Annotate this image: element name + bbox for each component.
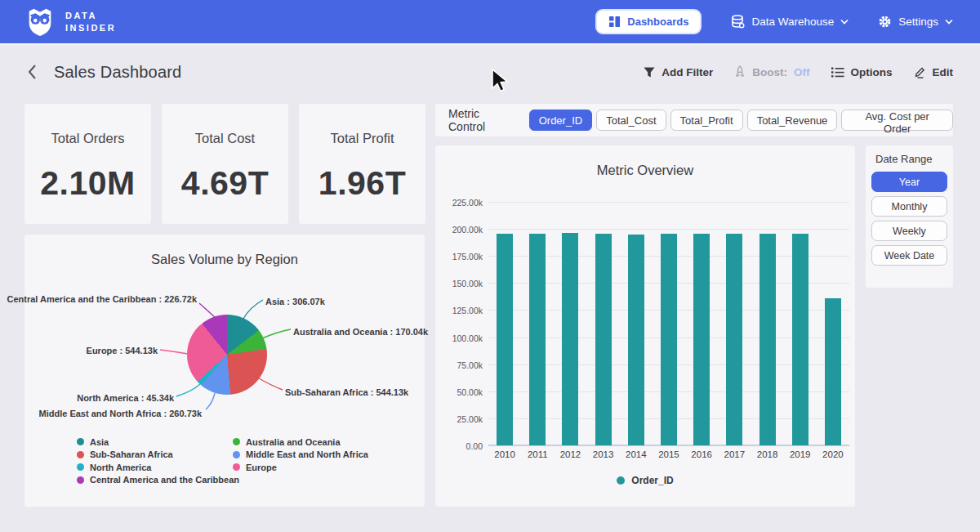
chevron-left-icon	[27, 64, 38, 80]
nav-settings[interactable]: Settings	[878, 15, 953, 29]
x-tick-label: 2012	[554, 449, 586, 459]
chevron-down-icon	[840, 19, 849, 25]
bar-2013[interactable]	[595, 234, 612, 445]
options-button[interactable]: Options	[831, 66, 893, 78]
legend-item-sub-saharan-africa: Sub-Saharan Africa	[77, 449, 239, 462]
kpi-card-total-orders: Total Orders2.10M	[24, 104, 151, 224]
pie-legend-column: Australia and OceaniaMiddle East and Nor…	[233, 436, 368, 474]
kpi-card-total-profit: Total Profit1.96T	[299, 104, 425, 224]
y-tick-label: 75.00k	[440, 360, 483, 370]
date-range-option-year[interactable]: Year	[871, 172, 947, 192]
legend-label: Europe	[246, 463, 277, 472]
y-tick-label: 125.00k	[440, 306, 483, 315]
legend-label: Order_ID	[631, 475, 673, 486]
metric-option-total-profit[interactable]: Total_Profit	[670, 110, 743, 131]
pie-chart-title: Sales Volume by Region	[24, 252, 425, 267]
legend-label: Asia	[90, 437, 109, 447]
metric-option-total-cost[interactable]: Total_Cost	[596, 110, 666, 131]
date-range-panel: Date Range YearMonthlyWeeklyWeek Date	[866, 145, 953, 288]
edit-button[interactable]: Edit	[914, 66, 954, 78]
bar-2011[interactable]	[529, 234, 546, 445]
metric-option-avg-cost-per-order[interactable]: Avg. Cost per Order	[841, 110, 953, 131]
app-root: DATA INSIDER Dashboards D	[0, 0, 980, 532]
leader-line	[262, 329, 291, 338]
pencil-edit-icon	[914, 66, 926, 78]
bar-chart-legend: Order_ID	[435, 475, 855, 486]
leader-line	[160, 350, 188, 354]
legend-item-europe: Europe	[233, 461, 368, 474]
brand-text: DATA INSIDER	[65, 10, 116, 34]
legend-item-asia: Asia	[77, 436, 239, 449]
boost-toggle[interactable]: Boost:Off	[734, 65, 809, 78]
pie-label-north-america: North America : 45.34k	[77, 393, 174, 403]
back-button[interactable]	[21, 61, 42, 83]
x-tick-label: 2018	[751, 449, 783, 459]
nav-settings-label: Settings	[898, 16, 938, 28]
boost-status: Off	[794, 66, 810, 78]
date-range-buttons: YearMonthlyWeeklyWeek Date	[871, 172, 947, 266]
legend-dot	[77, 451, 84, 458]
add-filter-button[interactable]: Add Filter	[644, 66, 713, 78]
bar-chart-plot-area	[488, 202, 849, 445]
kpi-label: Total Cost	[195, 131, 255, 146]
legend-dot	[617, 476, 625, 485]
y-tick-label: 175.00k	[440, 252, 483, 262]
gridline	[488, 229, 849, 230]
pie-chart[interactable]	[187, 315, 267, 395]
metric-overview-chart-card: Metric Overview 225.00k200.00k175.00k150…	[435, 145, 855, 507]
bar-2020[interactable]	[825, 298, 841, 445]
date-range-option-monthly[interactable]: Monthly	[871, 196, 947, 217]
y-tick-label: 0.00	[440, 441, 483, 451]
metric-option-total-revenue[interactable]: Total_Revenue	[747, 110, 838, 131]
bar-2010[interactable]	[497, 234, 513, 445]
pie-label-australia-and-oceania: Australia and Oceania : 170.04k	[293, 327, 428, 337]
kpi-value: 2.10M	[40, 164, 135, 203]
database-icon	[731, 15, 745, 29]
bar-2015[interactable]	[661, 234, 677, 445]
nav-dashboards-button[interactable]: Dashboards	[595, 9, 702, 34]
legend-dot	[233, 451, 240, 458]
nav-data-warehouse-label: Data Warehouse	[751, 16, 834, 28]
bar-chart-title: Metric Overview	[435, 163, 855, 178]
bar-2018[interactable]	[760, 234, 776, 445]
x-tick-label: 2019	[784, 449, 817, 459]
x-tick-label: 2016	[685, 449, 718, 459]
y-tick-label: 25.00k	[440, 414, 483, 424]
bar-2016[interactable]	[693, 234, 710, 445]
bar-2017[interactable]	[726, 234, 742, 445]
bar-2014[interactable]	[628, 235, 644, 445]
page-title: Sales Dashboard	[54, 63, 181, 82]
brand-logo[interactable]: DATA INSIDER	[24, 7, 116, 38]
legend-label: Australia and Oceania	[246, 437, 341, 447]
bar-2019[interactable]	[792, 234, 808, 445]
legend-item-central-america-and-the-caribbean: Central America and the Caribbean	[77, 474, 239, 487]
nav-data-warehouse[interactable]: Data Warehouse	[731, 15, 849, 29]
rocket-icon	[734, 65, 746, 78]
leader-line	[176, 384, 200, 396]
date-range-option-weekly[interactable]: Weekly	[871, 221, 947, 241]
legend-label: Middle East and North Africa	[246, 449, 368, 459]
bar-2012[interactable]	[562, 233, 578, 445]
pie-label-central-america-and-the-caribbean: Central America and the Caribbean : 226.…	[7, 294, 197, 304]
page-header: Sales Dashboard Add Filter Boost:Off	[0, 47, 980, 97]
legend-label: North America	[90, 463, 151, 472]
kpi-card-total-cost: Total Cost4.69T	[162, 104, 288, 224]
kpi-label: Total Profit	[331, 131, 394, 146]
leader-line	[199, 303, 215, 317]
pie-label-europe: Europe : 544.13k	[87, 346, 158, 355]
legend-dot	[77, 476, 84, 484]
legend-dot	[233, 438, 240, 445]
metric-option-order-id[interactable]: Order_ID	[529, 110, 592, 131]
x-tick-label: 2020	[817, 449, 849, 459]
legend-item-middle-east-and-north-africa: Middle East and North Africa	[233, 449, 368, 462]
kpi-label: Total Orders	[51, 131, 125, 146]
date-range-option-week-date[interactable]: Week Date	[871, 245, 947, 266]
metric-control-buttons: Order_IDTotal_CostTotal_ProfitTotal_Reve…	[529, 110, 953, 131]
legend-dot	[77, 463, 84, 471]
leader-line	[243, 300, 263, 319]
chevron-down-icon	[945, 19, 953, 25]
x-tick-label: 2015	[653, 449, 685, 459]
nav-menu: Dashboards Data Warehouse	[595, 9, 953, 34]
legend-dot	[77, 438, 84, 445]
header-actions: Add Filter Boost:Off Options	[644, 65, 953, 78]
